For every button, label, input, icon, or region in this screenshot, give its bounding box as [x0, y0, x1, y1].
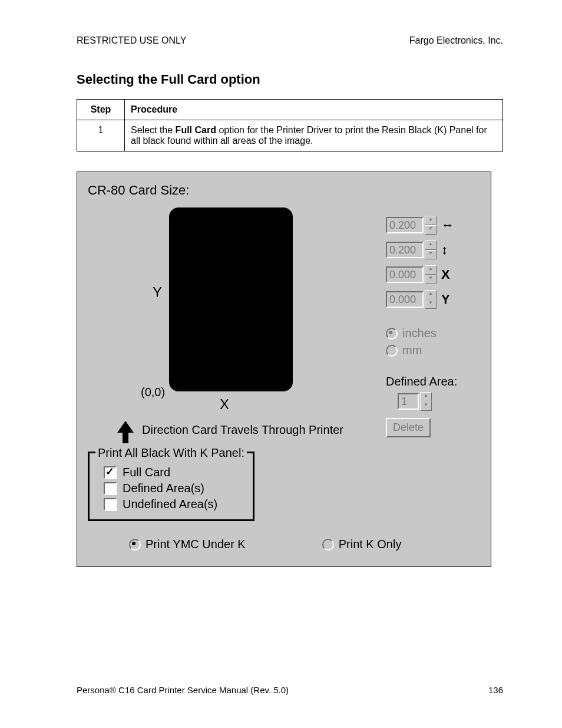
- spin-down-icon[interactable]: ▼: [425, 225, 437, 235]
- unit-mm-label: mm: [402, 344, 422, 357]
- height-icon: ↕: [441, 242, 448, 258]
- spin-up-icon[interactable]: ▲: [425, 216, 437, 225]
- unit-inches-radio[interactable]: inches: [386, 327, 480, 340]
- spin-down-icon[interactable]: ▼: [425, 250, 437, 259]
- footer-page-number: 136: [488, 685, 503, 695]
- x-icon: X: [441, 267, 450, 282]
- width-icon: ↔: [441, 218, 454, 233]
- step-bold: Full Card: [176, 125, 216, 135]
- full-card-label: Full Card: [123, 466, 170, 479]
- step-number: 1: [77, 120, 125, 151]
- dialog-screenshot: CR-80 Card Size: Y (0,0) X Direction Car…: [77, 172, 491, 567]
- undefined-area-checkbox-label: Undefined Area(s): [123, 498, 217, 511]
- spin-down-icon[interactable]: ▼: [425, 299, 437, 309]
- footer-reg: ®: [110, 685, 116, 695]
- defined-area-label: Defined Area:: [386, 375, 480, 388]
- axis-x-label: X: [220, 396, 229, 413]
- spin-up-icon[interactable]: ▲: [425, 241, 437, 250]
- spin-down-icon[interactable]: ▼: [425, 275, 437, 284]
- checkbox-icon: [104, 482, 117, 495]
- height-spinner[interactable]: ▲ ▼: [425, 241, 437, 259]
- footer-pre: Persona: [77, 685, 110, 695]
- unit-mm-radio[interactable]: mm: [386, 344, 480, 357]
- step-text: Select the Full Card option for the Prin…: [125, 120, 503, 151]
- unit-inches-label: inches: [402, 327, 437, 340]
- radio-icon: [129, 539, 141, 551]
- spin-down-icon[interactable]: ▼: [420, 401, 432, 411]
- x-spinner[interactable]: ▲ ▼: [425, 265, 437, 284]
- radio-icon: [322, 539, 334, 551]
- header-right: Fargo Electronics, Inc.: [409, 35, 503, 46]
- print-k-only-radio[interactable]: Print K Only: [322, 538, 402, 551]
- defined-area-checkbox-label: Defined Area(s): [123, 482, 204, 495]
- direction-label: Direction Card Travels Through Printer: [142, 423, 343, 437]
- print-ymc-radio[interactable]: Print YMC Under K: [129, 538, 246, 551]
- procedure-table: Step Procedure 1 Select the Full Card op…: [77, 99, 503, 151]
- x-input[interactable]: 0.000: [386, 266, 424, 283]
- defined-area-spinner[interactable]: ▲ ▼: [420, 392, 432, 411]
- col-procedure: Procedure: [125, 100, 503, 120]
- print-k-only-label: Print K Only: [339, 538, 402, 551]
- radio-icon: [386, 345, 398, 357]
- radio-icon: [386, 328, 398, 340]
- spin-up-icon[interactable]: ▲: [425, 290, 437, 299]
- footer-post: C16 Card Printer Service Manual (Rev. 5.…: [116, 685, 289, 695]
- origin-label: (0,0): [141, 386, 165, 399]
- page-title: Selecting the Full Card option: [77, 72, 503, 87]
- width-spinner[interactable]: ▲ ▼: [425, 216, 437, 235]
- col-step: Step: [77, 100, 125, 120]
- card-preview: Y (0,0) X Direction Card Travels Through…: [88, 202, 386, 449]
- print-ymc-label: Print YMC Under K: [146, 538, 246, 551]
- y-spinner[interactable]: ▲ ▼: [425, 290, 437, 309]
- header-left: RESTRICTED USE ONLY: [77, 35, 186, 46]
- spin-up-icon[interactable]: ▲: [420, 392, 432, 401]
- spin-up-icon[interactable]: ▲: [425, 265, 437, 275]
- delete-button[interactable]: Delete: [386, 418, 431, 437]
- height-input[interactable]: 0.200: [386, 242, 424, 258]
- k-panel-group: Print All Black With K Panel: Full Card …: [88, 452, 254, 521]
- checkbox-icon: [104, 466, 117, 479]
- undefined-area-checkbox[interactable]: Undefined Area(s): [104, 498, 247, 511]
- full-card-checkbox[interactable]: Full Card: [104, 466, 247, 479]
- y-pos-icon: Y: [441, 292, 450, 307]
- k-panel-legend: Print All Black With K Panel:: [95, 446, 247, 460]
- dialog-title: CR-80 Card Size:: [88, 183, 480, 198]
- width-input[interactable]: 0.200: [386, 217, 424, 233]
- step-pre: Select the: [131, 125, 176, 135]
- y-input[interactable]: 0.000: [386, 291, 424, 308]
- defined-area-checkbox[interactable]: Defined Area(s): [104, 482, 247, 495]
- axis-y-label: Y: [153, 284, 162, 301]
- card-shape: [169, 207, 293, 391]
- footer-left: Persona® C16 Card Printer Service Manual…: [77, 685, 289, 695]
- defined-area-input[interactable]: 1: [398, 393, 419, 410]
- checkbox-icon: [104, 498, 117, 511]
- arrow-up-icon: [115, 420, 136, 447]
